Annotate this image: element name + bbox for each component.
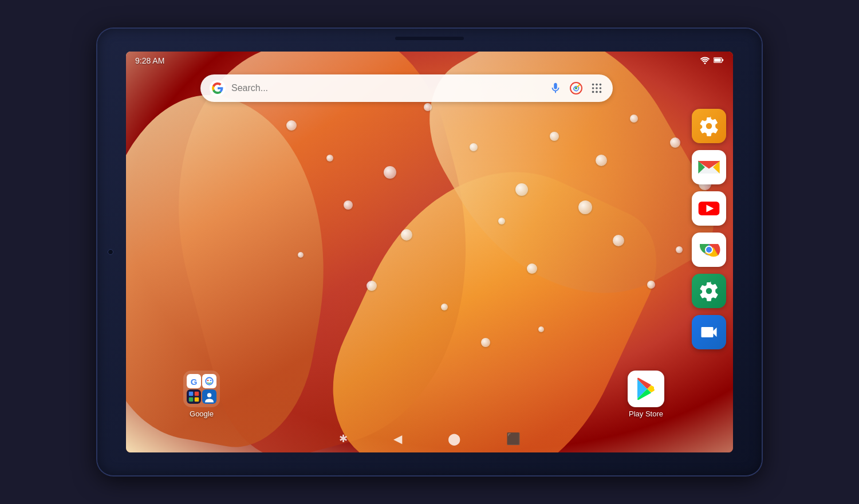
- folder-grid-app: [187, 389, 201, 404]
- svg-point-6: [575, 87, 577, 89]
- svg-point-12: [600, 87, 602, 89]
- status-icons: [700, 56, 724, 66]
- gmail-app-icon[interactable]: [692, 150, 726, 184]
- play-store-svg: [635, 377, 657, 400]
- droplet: [596, 155, 607, 166]
- svg-point-7: [592, 84, 594, 86]
- search-placeholder: Search...: [231, 83, 543, 93]
- svg-rect-2: [722, 59, 723, 61]
- svg-point-14: [596, 91, 598, 93]
- home-button[interactable]: ⬤: [448, 432, 460, 446]
- google-folder-label: Google: [190, 410, 214, 418]
- svg-rect-30: [189, 392, 194, 396]
- droplet: [424, 103, 432, 111]
- droplet: [613, 235, 624, 246]
- google-logo: [210, 80, 226, 96]
- lens-button[interactable]: [569, 81, 583, 95]
- droplet: [298, 252, 304, 258]
- droplet: [401, 229, 412, 241]
- tablet-device: 9:28 AM: [97, 29, 762, 475]
- svg-point-35: [207, 393, 212, 397]
- droplet: [481, 338, 490, 347]
- svg-rect-32: [189, 397, 194, 402]
- droplet: [550, 132, 559, 141]
- search-bar[interactable]: Search...: [200, 74, 613, 102]
- droplet: [326, 155, 333, 162]
- droplet: [527, 263, 537, 274]
- status-bar: 9:28 AM: [126, 52, 733, 70]
- play-store-app-icon: [628, 371, 664, 407]
- svg-rect-33: [195, 397, 199, 402]
- asterisk-nav-button[interactable]: ✱: [339, 432, 348, 445]
- svg-point-27: [207, 380, 209, 381]
- folder-contacts-app: [202, 389, 216, 404]
- back-button[interactable]: ◀: [393, 432, 402, 446]
- folder-google-app: G: [187, 374, 201, 388]
- apps-grid-button[interactable]: [590, 81, 604, 95]
- play-store-label: Play Store: [629, 410, 663, 418]
- droplet: [670, 137, 680, 148]
- droplet: [538, 326, 544, 332]
- meet-app-icon[interactable]: [692, 315, 726, 349]
- front-camera: [108, 249, 113, 255]
- svg-point-11: [596, 87, 598, 89]
- svg-point-8: [596, 84, 598, 86]
- droplet: [344, 200, 353, 210]
- droplet: [515, 183, 528, 196]
- battery-icon: [714, 57, 724, 65]
- droplet: [470, 143, 478, 151]
- folder-assistant-app: [202, 374, 216, 388]
- settings-app-icon[interactable]: [692, 109, 726, 143]
- mic-button[interactable]: [549, 81, 562, 95]
- droplet: [578, 200, 592, 214]
- droplet: [630, 115, 638, 123]
- svg-point-15: [600, 91, 602, 93]
- navigation-bar: ✱ ◀ ⬤ ⬛: [126, 425, 733, 452]
- status-time: 9:28 AM: [135, 56, 164, 65]
- wifi-icon: [700, 56, 710, 66]
- app-sidebar: [692, 109, 726, 349]
- google-folder[interactable]: G: [183, 371, 220, 418]
- search-action-icons: [549, 81, 604, 95]
- svg-text:G: G: [191, 377, 198, 387]
- droplet: [676, 246, 683, 253]
- svg-point-10: [592, 87, 594, 89]
- svg-point-13: [592, 91, 594, 93]
- android-settings-icon[interactable]: [692, 274, 726, 308]
- svg-point-28: [210, 380, 212, 381]
- youtube-app-icon[interactable]: [692, 191, 726, 226]
- svg-rect-3: [714, 58, 720, 62]
- svg-point-22: [706, 247, 712, 253]
- droplet: [286, 120, 297, 131]
- chrome-app-icon[interactable]: [692, 233, 726, 267]
- droplet: [384, 166, 396, 179]
- droplet: [441, 304, 448, 310]
- droplet: [647, 281, 655, 289]
- svg-point-9: [600, 84, 602, 86]
- tablet-screen: 9:28 AM: [126, 52, 733, 452]
- recents-button[interactable]: ⬛: [506, 432, 521, 446]
- folder-grid: G: [183, 371, 220, 407]
- play-store-container[interactable]: Play Store: [628, 371, 664, 418]
- svg-rect-25: [202, 374, 216, 388]
- droplet: [367, 281, 377, 291]
- svg-rect-31: [195, 392, 199, 396]
- svg-point-0: [704, 62, 706, 64]
- svg-rect-29: [187, 389, 201, 404]
- droplet: [498, 218, 505, 225]
